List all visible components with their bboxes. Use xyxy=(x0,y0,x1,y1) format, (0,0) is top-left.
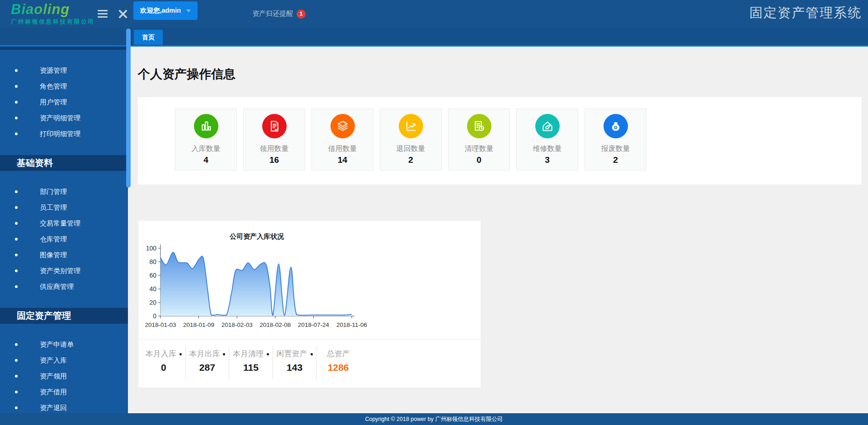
sidebar-item[interactable]: 资产入库 xyxy=(0,352,128,368)
stat-cards-row: 入库数量4领用数量16借用数量14退回数量2清理数量0维修数量3报废数量2 xyxy=(175,109,646,170)
welcome-label: 欢迎您,admin xyxy=(140,6,181,15)
stat-card: 维修数量3 xyxy=(516,109,578,170)
chevron-down-icon xyxy=(186,9,191,12)
app-logo[interactable]: Biaoling 广州标领信息科技有限公司 xyxy=(11,1,95,26)
stat-card-value: 2 xyxy=(613,155,618,165)
sidebar-item[interactable]: 资产退回 xyxy=(0,400,128,413)
summary-item: 总资产1286 xyxy=(316,346,360,379)
svg-text:100: 100 xyxy=(146,245,157,252)
chart-panel: 公司资产入库状况 0204060801002018-01-032018-01-0… xyxy=(138,221,481,387)
svg-text:0: 0 xyxy=(153,312,156,320)
sidebar-item-list: 资产申请单资产入库资产领用资产借用资产退回 xyxy=(0,336,128,413)
sidebar-item[interactable]: 资产领用 xyxy=(0,368,128,384)
sidebar-section: 系统管理资源管理角色管理用户管理资产明细管理打印明细管理 xyxy=(0,34,128,142)
stat-cards-panel: 入库数量4领用数量16借用数量14退回数量2清理数量0维修数量3报废数量2 xyxy=(138,97,862,184)
sidebar-section-header-1[interactable]: 基础资料 xyxy=(0,155,128,171)
sidebar-section: 基础资料部门管理员工管理交易常量管理仓库管理图像管理资产类别管理供应商管理 xyxy=(0,155,128,294)
bar-chart-icon xyxy=(194,114,218,138)
sidebar-item[interactable]: 资产明细管理 xyxy=(0,110,128,126)
stat-card-value: 0 xyxy=(476,155,481,165)
money-bag-icon xyxy=(604,114,628,138)
stat-card: 领用数量16 xyxy=(243,109,305,170)
stat-card-value: 2 xyxy=(408,155,413,165)
page-title: 个人资产操作信息 xyxy=(138,66,236,82)
summary-bar: 本月入库0本月出库287本月清理115闲置资产143总资产1286 xyxy=(138,340,481,379)
close-icon[interactable] xyxy=(118,9,128,19)
stat-card-label: 退回数量 xyxy=(396,144,425,154)
sidebar-item-list: 资源管理角色管理用户管理资产明细管理打印明细管理 xyxy=(0,62,128,142)
stat-card: 借用数量14 xyxy=(311,109,373,170)
summary-label: 本月入库 xyxy=(142,349,185,359)
svg-text:2018-02-08: 2018-02-08 xyxy=(259,321,291,328)
sidebar-item[interactable]: 资产申请单 xyxy=(0,336,128,352)
sidebar-item-list: 部门管理员工管理交易常量管理仓库管理图像管理资产类别管理供应商管理 xyxy=(0,184,128,294)
summary-item: 闲置资产143 xyxy=(273,346,317,379)
summary-value: 143 xyxy=(273,362,316,373)
sidebar-scrollbar-thumb[interactable] xyxy=(126,28,131,188)
stat-card-label: 清理数量 xyxy=(465,144,494,154)
summary-value: 115 xyxy=(229,362,273,373)
stat-card-label: 报废数量 xyxy=(601,144,630,154)
asset-return-reminder[interactable]: 资产归还提醒 1 xyxy=(252,0,306,28)
logo-subtitle: 广州标领信息科技有限公司 xyxy=(11,18,95,26)
sidebar: 系统管理资源管理角色管理用户管理资产明细管理打印明细管理基础资料部门管理员工管理… xyxy=(0,28,128,413)
sidebar-item[interactable]: 交易常量管理 xyxy=(0,215,128,231)
sidebar-item[interactable]: 用户管理 xyxy=(0,94,128,110)
summary-item: 本月入库0 xyxy=(142,346,186,379)
sidebar-item[interactable]: 部门管理 xyxy=(0,184,128,199)
summary-label: 本月出库 xyxy=(186,349,229,359)
stat-card-label: 入库数量 xyxy=(192,144,221,154)
sidebar-item[interactable]: 员工管理 xyxy=(0,199,128,215)
summary-label: 总资产 xyxy=(316,349,360,359)
sidebar-section-header-2[interactable]: 固定资产管理 xyxy=(0,308,128,324)
document-check-icon xyxy=(262,114,287,138)
stat-card-value: 16 xyxy=(269,155,279,165)
summary-item: 本月清理115 xyxy=(229,346,273,379)
svg-text:2018-11-06: 2018-11-06 xyxy=(336,321,367,328)
stat-card: 报废数量2 xyxy=(585,109,646,170)
svg-text:2018-01-03: 2018-01-03 xyxy=(145,321,176,328)
bullet-dot-icon xyxy=(179,353,182,355)
stat-card-label: 维修数量 xyxy=(533,144,562,154)
trend-chart-icon xyxy=(399,114,423,138)
summary-label: 本月清理 xyxy=(229,349,273,359)
stat-card-value: 3 xyxy=(545,155,550,165)
sidebar-item[interactable]: 资产借用 xyxy=(0,384,128,400)
svg-text:40: 40 xyxy=(149,285,156,293)
reminder-count-badge: 1 xyxy=(297,9,306,19)
summary-item: 本月出库287 xyxy=(186,346,230,379)
svg-text:20: 20 xyxy=(149,299,156,306)
document-clock-icon xyxy=(467,114,491,138)
stat-card-value: 14 xyxy=(338,155,347,165)
bullet-dot-icon xyxy=(223,353,225,355)
footer-copyright: Copyright © 2018 power by 广州标领信息科技有限公司 xyxy=(0,413,868,425)
sidebar-item[interactable]: 资产类别管理 xyxy=(0,263,128,279)
reminder-label: 资产归还提醒 xyxy=(252,9,293,18)
sidebar-item[interactable]: 资源管理 xyxy=(0,62,128,78)
sidebar-section: 固定资产管理资产申请单资产入库资产领用资产借用资产退回 xyxy=(0,308,128,413)
sidebar-item[interactable]: 仓库管理 xyxy=(0,231,128,247)
system-title: 固定资产管理系统 xyxy=(750,4,862,22)
top-bar: Biaoling 广州标领信息科技有限公司 欢迎您,admin 资产归还提醒 1… xyxy=(0,0,868,28)
sidebar-item[interactable]: 供应商管理 xyxy=(0,279,128,294)
welcome-admin-dropdown[interactable]: 欢迎您,admin xyxy=(133,1,198,20)
tab-home[interactable]: 首页 xyxy=(134,30,163,45)
stat-card-value: 4 xyxy=(203,155,208,165)
sidebar-item[interactable]: 打印明细管理 xyxy=(0,126,128,142)
svg-text:2018-07-24: 2018-07-24 xyxy=(298,321,330,328)
bullet-dot-icon xyxy=(267,353,269,355)
sidebar-item[interactable]: 角色管理 xyxy=(0,78,128,94)
svg-text:80: 80 xyxy=(149,258,156,265)
summary-value: 1286 xyxy=(316,362,360,373)
sidebar-item[interactable]: 图像管理 xyxy=(0,247,128,263)
summary-value: 0 xyxy=(142,362,185,373)
svg-text:2018-02-03: 2018-02-03 xyxy=(222,321,253,328)
bullet-dot-icon xyxy=(311,353,313,355)
summary-row: 本月入库0本月出库287本月清理115闲置资产143总资产1286 xyxy=(142,346,360,379)
menu-icon[interactable] xyxy=(98,10,108,18)
svg-text:60: 60 xyxy=(149,272,156,279)
stat-card-label: 领用数量 xyxy=(260,144,289,154)
stat-card-label: 借用数量 xyxy=(328,144,357,154)
svg-text:2018-01-09: 2018-01-09 xyxy=(183,321,214,328)
summary-value: 287 xyxy=(186,362,229,373)
